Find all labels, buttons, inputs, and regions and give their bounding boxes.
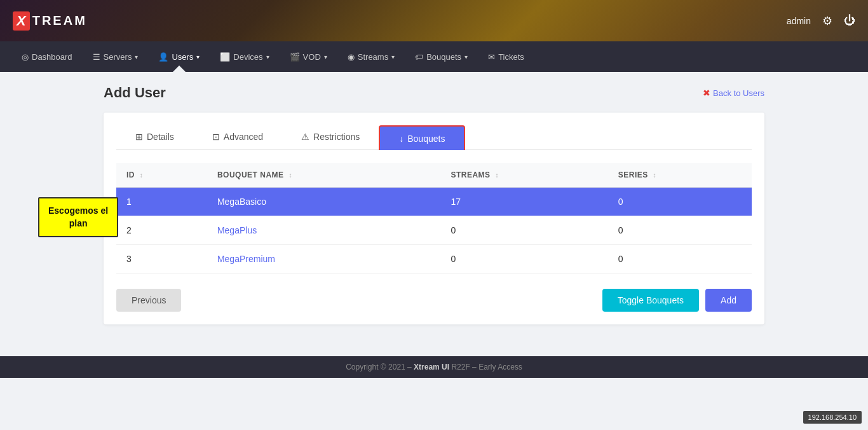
tabs: ⊞ Details ⊡ Advanced ⚠ Restrictions ↓ Bo… bbox=[116, 125, 752, 150]
admin-label: admin bbox=[787, 16, 811, 26]
bouquet-name-link[interactable]: MegaPlus bbox=[217, 225, 257, 235]
col-bouquet-name: BOUQUET NAME ↕ bbox=[207, 163, 440, 188]
previous-button[interactable]: Previous bbox=[116, 289, 181, 312]
nav-item-tickets[interactable]: ✉ Tickets bbox=[479, 41, 533, 72]
bouquets-table: ID ↕ BOUQUET NAME ↕ STREAMS ↕ SERIES bbox=[116, 163, 752, 274]
tab-restrictions[interactable]: ⚠ Restrictions bbox=[282, 125, 379, 150]
bouquet-name-link[interactable]: MegaBasico bbox=[217, 197, 266, 207]
details-tab-icon: ⊞ bbox=[135, 132, 143, 142]
cell-id: 3 bbox=[116, 245, 207, 274]
dashboard-icon: ◎ bbox=[22, 52, 29, 62]
cell-id: 2 bbox=[116, 216, 207, 245]
page-header: Add User ✖ Back to Users bbox=[104, 85, 764, 101]
users-icon: 👤 bbox=[158, 52, 168, 62]
servers-icon: ☰ bbox=[93, 52, 100, 62]
nav-label-vod: VOD bbox=[303, 52, 321, 62]
nav-item-devices[interactable]: ⬜ Devices ▾ bbox=[211, 41, 278, 72]
power-icon[interactable]: ⏻ bbox=[844, 14, 855, 27]
cell-bouquet-name: MegaPremium bbox=[207, 245, 440, 274]
header: X TREAM admin ⚙ ⏻ bbox=[0, 0, 868, 41]
nav-item-servers[interactable]: ☰ Servers ▾ bbox=[84, 41, 147, 72]
advanced-tab-label: Advanced bbox=[224, 132, 263, 142]
footer: Copyright © 2021 – Xtream UI R22F – Earl… bbox=[0, 356, 868, 378]
back-link-text: Back to Users bbox=[713, 88, 764, 98]
footer-suffix: R22F – Early Access bbox=[449, 363, 522, 371]
col-series-label: SERIES bbox=[618, 170, 648, 179]
streams-icon: ◉ bbox=[348, 52, 355, 62]
page-title: Add User bbox=[104, 85, 166, 101]
navbar: ◎ Dashboard ☰ Servers ▾ 👤 Users ▾ ⬜ Devi… bbox=[0, 41, 868, 72]
tickets-icon: ✉ bbox=[488, 52, 495, 62]
tab-bouquets[interactable]: ↓ Bouquets bbox=[379, 125, 465, 150]
col-streams-sort-icon[interactable]: ↕ bbox=[495, 172, 499, 179]
toggle-bouquets-button[interactable]: Toggle Bouquets bbox=[602, 289, 699, 312]
cell-series: 0 bbox=[608, 216, 752, 245]
logo: X TREAM bbox=[13, 11, 87, 31]
streams-chevron: ▾ bbox=[391, 53, 395, 60]
footer-brand: Xtream UI bbox=[414, 363, 449, 371]
bouquet-name-link[interactable]: MegaPremium bbox=[217, 254, 275, 264]
devices-chevron: ▾ bbox=[266, 53, 269, 60]
footer-text: Copyright © 2021 – bbox=[346, 363, 414, 371]
button-row: Previous Toggle Bouquets Add bbox=[116, 289, 752, 312]
col-streams: STREAMS ↕ bbox=[440, 163, 607, 188]
nav-label-streams: Streams bbox=[358, 52, 388, 62]
nav-item-users[interactable]: 👤 Users ▾ bbox=[149, 41, 208, 72]
col-bouquet-sort-icon[interactable]: ↕ bbox=[288, 172, 292, 179]
nav-label-dashboard: Dashboard bbox=[32, 52, 72, 62]
vod-chevron: ▾ bbox=[324, 53, 327, 60]
logo-text: TREAM bbox=[32, 13, 87, 28]
cell-id: 1 bbox=[116, 188, 207, 216]
right-buttons: Toggle Bouquets Add bbox=[602, 289, 752, 312]
cell-streams: 0 bbox=[440, 245, 607, 274]
table-row[interactable]: 1MegaBasico170 bbox=[116, 188, 752, 216]
bouquets-tab-icon: ↓ bbox=[399, 134, 403, 144]
cell-series: 0 bbox=[608, 188, 752, 216]
vod-icon: 🎬 bbox=[290, 52, 300, 62]
nav-item-streams[interactable]: ◉ Streams ▾ bbox=[339, 41, 403, 72]
annotation-text: Escogemos elplan bbox=[48, 205, 108, 228]
nav-item-vod[interactable]: 🎬 VOD ▾ bbox=[281, 41, 336, 72]
tab-details[interactable]: ⊞ Details bbox=[116, 125, 193, 150]
nav-label-bouquets: Bouquets bbox=[426, 52, 461, 62]
main-card: ⊞ Details ⊡ Advanced ⚠ Restrictions ↓ Bo… bbox=[104, 113, 764, 324]
logo-x: X bbox=[13, 11, 30, 31]
col-id: ID ↕ bbox=[116, 163, 207, 188]
table-row[interactable]: 2MegaPlus00 bbox=[116, 216, 752, 245]
nav-item-dashboard[interactable]: ◎ Dashboard bbox=[13, 41, 81, 72]
details-tab-label: Details bbox=[147, 132, 174, 142]
nav-label-users: Users bbox=[172, 52, 193, 62]
nav-label-devices: Devices bbox=[233, 52, 262, 62]
main-content: Add User ✖ Back to Users ⊞ Details ⊡ Adv… bbox=[85, 72, 783, 337]
nav-label-servers: Servers bbox=[104, 52, 132, 62]
restrictions-tab-icon: ⚠ bbox=[301, 132, 309, 142]
col-id-label: ID bbox=[126, 170, 135, 179]
restrictions-tab-label: Restrictions bbox=[313, 132, 360, 142]
ip-badge: 192.168.254.10 bbox=[803, 411, 862, 424]
col-bouquet-name-label: BOUQUET NAME bbox=[217, 170, 284, 179]
back-to-users-link[interactable]: ✖ Back to Users bbox=[703, 88, 764, 98]
annotation-tooltip: Escogemos elplan bbox=[38, 197, 118, 237]
devices-icon: ⬜ bbox=[220, 52, 230, 62]
bouquets-tab-label: Bouquets bbox=[407, 134, 445, 144]
table-header-row: ID ↕ BOUQUET NAME ↕ STREAMS ↕ SERIES bbox=[116, 163, 752, 188]
col-id-sort-icon[interactable]: ↕ bbox=[140, 172, 144, 179]
bouquets-icon: 🏷 bbox=[415, 52, 423, 62]
bouquets-table-container: ID ↕ BOUQUET NAME ↕ STREAMS ↕ SERIES bbox=[116, 163, 752, 274]
back-icon: ✖ bbox=[703, 88, 710, 98]
add-button[interactable]: Add bbox=[705, 289, 752, 312]
servers-chevron: ▾ bbox=[135, 53, 138, 60]
tab-advanced[interactable]: ⊡ Advanced bbox=[193, 125, 282, 150]
cell-bouquet-name: MegaBasico bbox=[207, 188, 440, 216]
cell-streams: 17 bbox=[440, 188, 607, 216]
cell-series: 0 bbox=[608, 245, 752, 274]
col-series-sort-icon[interactable]: ↕ bbox=[653, 172, 657, 179]
table-row[interactable]: 3MegaPremium00 bbox=[116, 245, 752, 274]
col-streams-label: STREAMS bbox=[451, 170, 490, 179]
header-right: admin ⚙ ⏻ bbox=[787, 14, 855, 28]
advanced-tab-icon: ⊡ bbox=[212, 132, 220, 142]
cell-bouquet-name: MegaPlus bbox=[207, 216, 440, 245]
nav-item-bouquets[interactable]: 🏷 Bouquets ▾ bbox=[406, 41, 477, 72]
nav-label-tickets: Tickets bbox=[498, 52, 524, 62]
settings-icon[interactable]: ⚙ bbox=[822, 14, 832, 28]
